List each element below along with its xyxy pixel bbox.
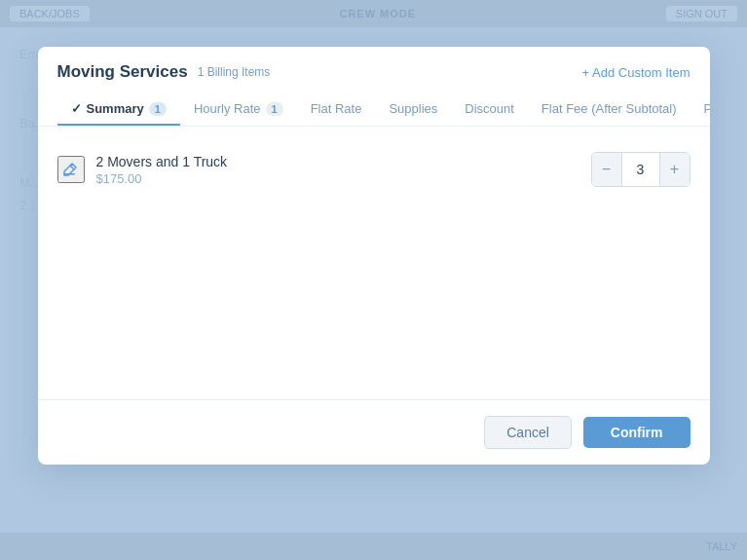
- quantity-stepper: − +: [591, 152, 691, 187]
- tab-summary-label: Summary: [87, 101, 144, 116]
- tab-hourly-rate-label: Hourly Rate: [194, 101, 261, 116]
- line-item: 2 Movers and 1 Truck $175.00 − +: [57, 146, 691, 193]
- tab-discount-label: Discount: [465, 101, 514, 116]
- edit-item-button[interactable]: [57, 156, 85, 183]
- add-custom-item-button[interactable]: + Add Custom Item: [582, 65, 691, 80]
- confirm-button[interactable]: Confirm: [583, 417, 691, 448]
- quantity-input[interactable]: [621, 153, 660, 186]
- modal-title-group: Moving Services 1 Billing Items: [57, 62, 271, 82]
- modal-footer: Cancel Confirm: [38, 399, 710, 465]
- tab-flat-rate-label: Flat Rate: [311, 101, 362, 116]
- tab-summary-badge: 1: [149, 102, 167, 116]
- tab-percent-fee[interactable]: Percent Fee (Aft...: [691, 93, 710, 126]
- moving-services-modal: Moving Services 1 Billing Items + Add Cu…: [38, 47, 710, 465]
- modal-title: Moving Services: [57, 62, 188, 82]
- tab-summary[interactable]: ✓ Summary 1: [57, 93, 180, 126]
- tab-summary-checkmark: ✓: [71, 101, 82, 116]
- modal-tabs: ✓ Summary 1 Hourly Rate 1 Flat Rate Supp…: [38, 93, 710, 127]
- modal-header: Moving Services 1 Billing Items + Add Cu…: [38, 47, 710, 82]
- tab-percent-fee-label: Percent Fee (Aft...: [704, 101, 710, 116]
- tab-flat-fee-after-label: Flat Fee (After Subtotal): [542, 101, 677, 116]
- tab-hourly-rate-badge: 1: [266, 102, 283, 116]
- line-item-left: 2 Movers and 1 Truck $175.00: [57, 154, 228, 186]
- decrement-button[interactable]: −: [592, 153, 621, 186]
- modal-body: 2 Movers and 1 Truck $175.00 − +: [38, 127, 710, 399]
- item-price: $175.00: [96, 171, 228, 186]
- tab-discount[interactable]: Discount: [451, 93, 528, 126]
- line-item-info: 2 Movers and 1 Truck $175.00: [96, 154, 228, 186]
- tab-hourly-rate[interactable]: Hourly Rate 1: [180, 93, 297, 126]
- billing-items-count: 1 Billing Items: [198, 65, 271, 79]
- item-name: 2 Movers and 1 Truck: [96, 154, 228, 169]
- increment-button[interactable]: +: [660, 153, 690, 186]
- tab-flat-rate[interactable]: Flat Rate: [297, 93, 376, 126]
- tab-flat-fee-after[interactable]: Flat Fee (After Subtotal): [528, 93, 691, 126]
- edit-icon: [62, 161, 80, 178]
- tab-supplies[interactable]: Supplies: [375, 93, 451, 126]
- modal-overlay: Moving Services 1 Billing Items + Add Cu…: [0, 0, 747, 560]
- tab-supplies-label: Supplies: [389, 101, 437, 116]
- cancel-button[interactable]: Cancel: [484, 416, 572, 449]
